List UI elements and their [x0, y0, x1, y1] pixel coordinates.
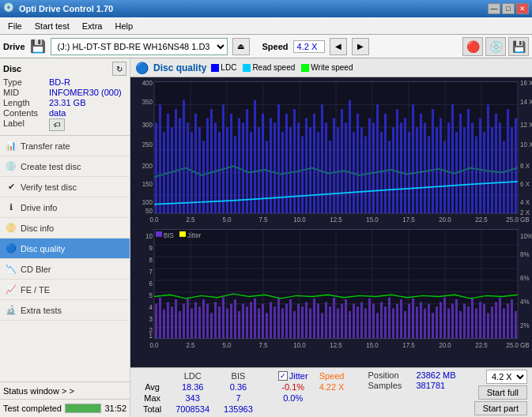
drive-select[interactable]: (J:) HL-DT-ST BD-RE WH16NS48 1.D3 [51, 38, 228, 55]
sidebar-item-cd-bler[interactable]: 📉 CD Bler [0, 259, 130, 280]
svg-rect-199 [262, 304, 264, 339]
svg-rect-223 [357, 306, 359, 338]
svg-rect-79 [341, 109, 343, 213]
svg-rect-258 [495, 302, 497, 338]
burn-icon-button[interactable]: 🔴 [462, 37, 483, 56]
svg-rect-174 [163, 310, 165, 339]
sidebar-item-disc-info[interactable]: 📀 Disc info [0, 218, 130, 239]
svg-rect-205 [285, 304, 288, 339]
read-speed-legend-label: Read speed [252, 63, 295, 72]
stats-bar: LDC BIS ✓ Jitter Speed Avg 18.36 0.36 -0… [130, 367, 532, 417]
svg-rect-193 [238, 311, 240, 338]
svg-text:3: 3 [149, 314, 153, 323]
svg-rect-34 [163, 132, 165, 213]
svg-rect-113 [475, 137, 477, 213]
total-bis: 135963 [217, 404, 259, 414]
svg-rect-240 [424, 308, 426, 338]
svg-rect-80 [345, 122, 347, 213]
speed-increase-button[interactable]: ▶ [352, 38, 369, 55]
menu-extra[interactable]: Extra [76, 20, 109, 32]
avg-ldc: 18.36 [169, 382, 216, 392]
svg-text:8 X: 8 X [520, 161, 530, 170]
svg-rect-95 [404, 118, 406, 213]
svg-rect-230 [384, 306, 387, 338]
svg-rect-105 [443, 141, 446, 213]
eject-button[interactable]: ⏏ [232, 38, 250, 55]
svg-text:12 X: 12 X [520, 121, 532, 130]
svg-rect-216 [329, 306, 331, 338]
svg-rect-197 [254, 299, 256, 338]
svg-rect-238 [416, 306, 418, 338]
disc-contents-value: data [49, 108, 66, 118]
svg-rect-46 [210, 109, 213, 213]
svg-rect-83 [357, 114, 359, 213]
disc-label-label: Label [3, 118, 49, 131]
sidebar-item-fe-te[interactable]: 📈 FE / TE [0, 280, 130, 300]
maximize-button[interactable]: □ [502, 3, 515, 14]
minimize-button[interactable]: — [488, 3, 500, 14]
menu-help[interactable]: Help [108, 20, 139, 32]
svg-text:10%: 10% [520, 232, 532, 241]
time-display: 31:52 [104, 404, 126, 413]
jitter-checkbox[interactable]: ✓ [278, 371, 288, 381]
status-window-button[interactable]: Status window > > [0, 382, 130, 400]
svg-rect-107 [451, 104, 454, 213]
svg-rect-116 [487, 104, 489, 213]
max-ldc: 343 [169, 393, 216, 403]
start-full-button[interactable]: Start full [478, 385, 527, 400]
svg-rect-114 [479, 118, 481, 213]
svg-rect-178 [179, 311, 181, 338]
menu-file[interactable]: File [2, 20, 28, 32]
speed-decrease-button[interactable]: ◀ [330, 38, 347, 55]
svg-rect-185 [206, 304, 209, 339]
disc-label-button[interactable]: 🏷 [49, 118, 65, 131]
svg-rect-109 [459, 114, 462, 213]
svg-text:200: 200 [142, 161, 153, 170]
sidebar-item-label: Disc info [21, 224, 54, 233]
svg-text:4: 4 [149, 302, 153, 311]
drive-info-icon: ℹ [5, 201, 17, 214]
samples-label: Samples [368, 381, 411, 390]
disc-refresh-button[interactable]: ↻ [112, 62, 126, 76]
disc-icon-button[interactable]: 💿 [485, 37, 506, 56]
svg-rect-180 [187, 299, 189, 338]
window-controls[interactable]: — □ ✕ [488, 3, 529, 14]
svg-rect-72 [313, 114, 315, 213]
status-area: Status window > > Test completed 31:52 [0, 381, 130, 417]
sidebar-item-verify-test-disc[interactable]: ✔ Verify test disc [0, 177, 130, 197]
svg-text:8%: 8% [520, 250, 530, 259]
svg-rect-64 [281, 132, 284, 213]
svg-text:20.0: 20.0 [439, 216, 451, 224]
svg-rect-58 [258, 127, 260, 213]
svg-rect-103 [436, 127, 438, 213]
svg-rect-217 [333, 298, 335, 339]
sidebar-item-drive-info[interactable]: ℹ Drive info [0, 197, 130, 218]
svg-text:9: 9 [149, 244, 153, 253]
close-button[interactable]: ✕ [516, 3, 529, 14]
cd-bler-icon: 📉 [5, 263, 17, 276]
svg-rect-38 [179, 118, 181, 213]
save-icon-button[interactable]: 💾 [508, 37, 529, 56]
start-part-button[interactable]: Start part [474, 401, 527, 415]
svg-rect-35 [167, 114, 169, 213]
svg-text:7.5: 7.5 [258, 340, 267, 349]
sidebar-item-create-test-disc[interactable]: 💿 Create test disc [0, 156, 130, 177]
sidebar-item-disc-quality[interactable]: 🔵 Disc quality [0, 239, 130, 259]
svg-text:6%: 6% [520, 273, 530, 282]
sidebar-item-transfer-rate[interactable]: 📊 Transfer rate [0, 136, 130, 156]
disc-contents-label: Contents [3, 108, 49, 118]
svg-rect-222 [353, 304, 355, 339]
svg-rect-94 [400, 122, 402, 213]
svg-rect-233 [396, 304, 398, 339]
sidebar-item-label: FE / TE [21, 285, 50, 295]
svg-rect-244 [440, 302, 442, 338]
svg-rect-117 [491, 127, 493, 213]
svg-rect-190 [226, 308, 228, 338]
total-ldc: 7008534 [169, 404, 216, 414]
svg-rect-93 [396, 109, 398, 213]
sidebar-item-extra-tests[interactable]: 🔬 Extra tests [0, 300, 130, 321]
menu-starttest[interactable]: Start test [28, 20, 76, 32]
speed-select[interactable]: 4.2 X [486, 370, 527, 384]
menubar: File Start test Extra Help [0, 17, 532, 35]
svg-rect-97 [412, 104, 414, 213]
